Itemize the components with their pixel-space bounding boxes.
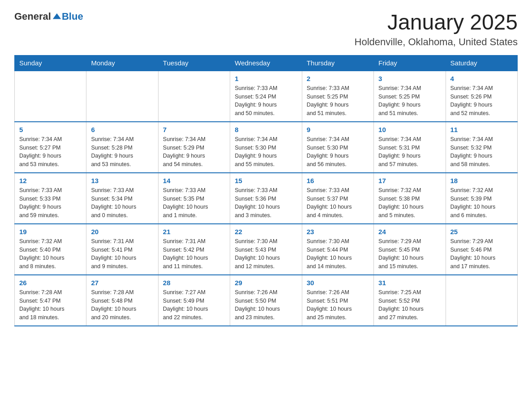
day-number: 27 bbox=[91, 279, 153, 287]
day-info: Sunrise: 7:34 AM Sunset: 5:28 PM Dayligh… bbox=[91, 135, 153, 169]
day-number: 28 bbox=[163, 279, 225, 287]
day-number: 17 bbox=[378, 177, 441, 184]
day-info: Sunrise: 7:33 AM Sunset: 5:25 PM Dayligh… bbox=[307, 84, 369, 118]
day-info: Sunrise: 7:31 AM Sunset: 5:41 PM Dayligh… bbox=[91, 237, 153, 271]
day-info: Sunrise: 7:26 AM Sunset: 5:50 PM Dayligh… bbox=[235, 288, 297, 322]
col-header-tuesday: Tuesday bbox=[158, 55, 230, 71]
title-block: January 2025 Holdenville, Oklahoma, Unit… bbox=[355, 11, 518, 48]
day-info: Sunrise: 7:29 AM Sunset: 5:46 PM Dayligh… bbox=[450, 237, 513, 271]
day-number: 10 bbox=[378, 126, 441, 133]
calendar-cell: 6Sunrise: 7:34 AM Sunset: 5:28 PM Daylig… bbox=[86, 122, 158, 173]
calendar-cell: 29Sunrise: 7:26 AM Sunset: 5:50 PM Dayli… bbox=[230, 275, 302, 326]
week-row-4: 19Sunrise: 7:32 AM Sunset: 5:40 PM Dayli… bbox=[15, 224, 518, 275]
logo-blue: Blue bbox=[62, 11, 83, 22]
calendar-cell: 10Sunrise: 7:34 AM Sunset: 5:31 PM Dayli… bbox=[374, 122, 446, 173]
day-info: Sunrise: 7:34 AM Sunset: 5:26 PM Dayligh… bbox=[450, 84, 513, 118]
day-info: Sunrise: 7:34 AM Sunset: 5:30 PM Dayligh… bbox=[307, 135, 369, 169]
day-number: 3 bbox=[378, 75, 441, 82]
day-info: Sunrise: 7:27 AM Sunset: 5:49 PM Dayligh… bbox=[163, 288, 225, 322]
day-number: 30 bbox=[307, 279, 369, 287]
week-row-2: 5Sunrise: 7:34 AM Sunset: 5:27 PM Daylig… bbox=[15, 122, 518, 173]
day-info: Sunrise: 7:30 AM Sunset: 5:44 PM Dayligh… bbox=[307, 237, 369, 271]
day-info: Sunrise: 7:32 AM Sunset: 5:40 PM Dayligh… bbox=[19, 237, 82, 271]
calendar-cell: 25Sunrise: 7:29 AM Sunset: 5:46 PM Dayli… bbox=[446, 224, 517, 275]
logo: General Blue bbox=[14, 11, 83, 22]
svg-marker-0 bbox=[53, 13, 61, 19]
day-info: Sunrise: 7:28 AM Sunset: 5:47 PM Dayligh… bbox=[19, 288, 82, 322]
calendar-cell: 30Sunrise: 7:26 AM Sunset: 5:51 PM Dayli… bbox=[302, 275, 373, 326]
col-header-friday: Friday bbox=[374, 55, 446, 71]
col-header-wednesday: Wednesday bbox=[230, 55, 302, 71]
logo-icon bbox=[52, 12, 62, 21]
calendar-cell: 12Sunrise: 7:33 AM Sunset: 5:33 PM Dayli… bbox=[15, 173, 86, 224]
week-row-1: 1Sunrise: 7:33 AM Sunset: 5:24 PM Daylig… bbox=[15, 71, 518, 122]
col-header-thursday: Thursday bbox=[302, 55, 373, 71]
calendar-cell: 26Sunrise: 7:28 AM Sunset: 5:47 PM Dayli… bbox=[15, 275, 86, 326]
calendar-cell: 1Sunrise: 7:33 AM Sunset: 5:24 PM Daylig… bbox=[230, 71, 302, 122]
day-info: Sunrise: 7:31 AM Sunset: 5:42 PM Dayligh… bbox=[163, 237, 225, 271]
day-info: Sunrise: 7:32 AM Sunset: 5:39 PM Dayligh… bbox=[450, 186, 513, 220]
calendar-cell: 9Sunrise: 7:34 AM Sunset: 5:30 PM Daylig… bbox=[302, 122, 373, 173]
day-number: 1 bbox=[235, 75, 297, 82]
calendar-cell: 3Sunrise: 7:34 AM Sunset: 5:25 PM Daylig… bbox=[374, 71, 446, 122]
calendar-cell: 18Sunrise: 7:32 AM Sunset: 5:39 PM Dayli… bbox=[446, 173, 517, 224]
calendar-cell: 22Sunrise: 7:30 AM Sunset: 5:43 PM Dayli… bbox=[230, 224, 302, 275]
col-header-sunday: Sunday bbox=[15, 55, 86, 71]
calendar-cell bbox=[15, 71, 86, 122]
calendar-cell: 15Sunrise: 7:33 AM Sunset: 5:36 PM Dayli… bbox=[230, 173, 302, 224]
calendar-header-row: SundayMondayTuesdayWednesdayThursdayFrid… bbox=[15, 55, 518, 71]
day-number: 23 bbox=[307, 228, 369, 235]
day-info: Sunrise: 7:33 AM Sunset: 5:34 PM Dayligh… bbox=[91, 186, 153, 220]
day-info: Sunrise: 7:34 AM Sunset: 5:27 PM Dayligh… bbox=[19, 135, 82, 169]
logo-general: General bbox=[14, 11, 51, 22]
col-header-monday: Monday bbox=[86, 55, 158, 71]
calendar-cell: 19Sunrise: 7:32 AM Sunset: 5:40 PM Dayli… bbox=[15, 224, 86, 275]
day-number: 20 bbox=[91, 228, 153, 235]
calendar-cell: 14Sunrise: 7:33 AM Sunset: 5:35 PM Dayli… bbox=[158, 173, 230, 224]
day-number: 19 bbox=[19, 228, 82, 235]
calendar-cell: 23Sunrise: 7:30 AM Sunset: 5:44 PM Dayli… bbox=[302, 224, 373, 275]
calendar-cell: 13Sunrise: 7:33 AM Sunset: 5:34 PM Dayli… bbox=[86, 173, 158, 224]
calendar-cell: 11Sunrise: 7:34 AM Sunset: 5:32 PM Dayli… bbox=[446, 122, 517, 173]
calendar-cell: 20Sunrise: 7:31 AM Sunset: 5:41 PM Dayli… bbox=[86, 224, 158, 275]
calendar-cell: 7Sunrise: 7:34 AM Sunset: 5:29 PM Daylig… bbox=[158, 122, 230, 173]
day-info: Sunrise: 7:34 AM Sunset: 5:31 PM Dayligh… bbox=[378, 135, 441, 169]
day-info: Sunrise: 7:33 AM Sunset: 5:24 PM Dayligh… bbox=[235, 84, 297, 118]
calendar-cell: 2Sunrise: 7:33 AM Sunset: 5:25 PM Daylig… bbox=[302, 71, 373, 122]
calendar-cell: 4Sunrise: 7:34 AM Sunset: 5:26 PM Daylig… bbox=[446, 71, 517, 122]
page-title: January 2025 bbox=[355, 11, 518, 34]
day-info: Sunrise: 7:33 AM Sunset: 5:33 PM Dayligh… bbox=[19, 186, 82, 220]
calendar-cell: 28Sunrise: 7:27 AM Sunset: 5:49 PM Dayli… bbox=[158, 275, 230, 326]
day-number: 31 bbox=[378, 279, 441, 287]
day-info: Sunrise: 7:33 AM Sunset: 5:37 PM Dayligh… bbox=[307, 186, 369, 220]
week-row-3: 12Sunrise: 7:33 AM Sunset: 5:33 PM Dayli… bbox=[15, 173, 518, 224]
calendar-cell: 24Sunrise: 7:29 AM Sunset: 5:45 PM Dayli… bbox=[374, 224, 446, 275]
calendar-cell: 16Sunrise: 7:33 AM Sunset: 5:37 PM Dayli… bbox=[302, 173, 373, 224]
day-info: Sunrise: 7:29 AM Sunset: 5:45 PM Dayligh… bbox=[378, 237, 441, 271]
day-info: Sunrise: 7:34 AM Sunset: 5:29 PM Dayligh… bbox=[163, 135, 225, 169]
page-subtitle: Holdenville, Oklahoma, United States bbox=[355, 36, 518, 48]
day-number: 24 bbox=[378, 228, 441, 235]
day-info: Sunrise: 7:25 AM Sunset: 5:52 PM Dayligh… bbox=[378, 288, 441, 322]
day-number: 13 bbox=[91, 177, 153, 184]
day-number: 16 bbox=[307, 177, 369, 184]
day-info: Sunrise: 7:34 AM Sunset: 5:25 PM Dayligh… bbox=[378, 84, 441, 118]
day-info: Sunrise: 7:33 AM Sunset: 5:35 PM Dayligh… bbox=[163, 186, 225, 220]
day-number: 25 bbox=[450, 228, 513, 235]
day-number: 22 bbox=[235, 228, 297, 235]
calendar-cell: 27Sunrise: 7:28 AM Sunset: 5:48 PM Dayli… bbox=[86, 275, 158, 326]
day-info: Sunrise: 7:34 AM Sunset: 5:32 PM Dayligh… bbox=[450, 135, 513, 169]
day-number: 2 bbox=[307, 75, 369, 82]
day-number: 29 bbox=[235, 279, 297, 287]
calendar-cell bbox=[86, 71, 158, 122]
day-info: Sunrise: 7:33 AM Sunset: 5:36 PM Dayligh… bbox=[235, 186, 297, 220]
calendar-cell: 5Sunrise: 7:34 AM Sunset: 5:27 PM Daylig… bbox=[15, 122, 86, 173]
day-info: Sunrise: 7:30 AM Sunset: 5:43 PM Dayligh… bbox=[235, 237, 297, 271]
day-info: Sunrise: 7:26 AM Sunset: 5:51 PM Dayligh… bbox=[307, 288, 369, 322]
calendar-cell: 17Sunrise: 7:32 AM Sunset: 5:38 PM Dayli… bbox=[374, 173, 446, 224]
week-row-5: 26Sunrise: 7:28 AM Sunset: 5:47 PM Dayli… bbox=[15, 275, 518, 326]
day-number: 14 bbox=[163, 177, 225, 184]
day-number: 5 bbox=[19, 126, 82, 133]
page-header: General Blue January 2025 Holdenville, O… bbox=[14, 11, 518, 48]
day-number: 4 bbox=[450, 75, 513, 82]
